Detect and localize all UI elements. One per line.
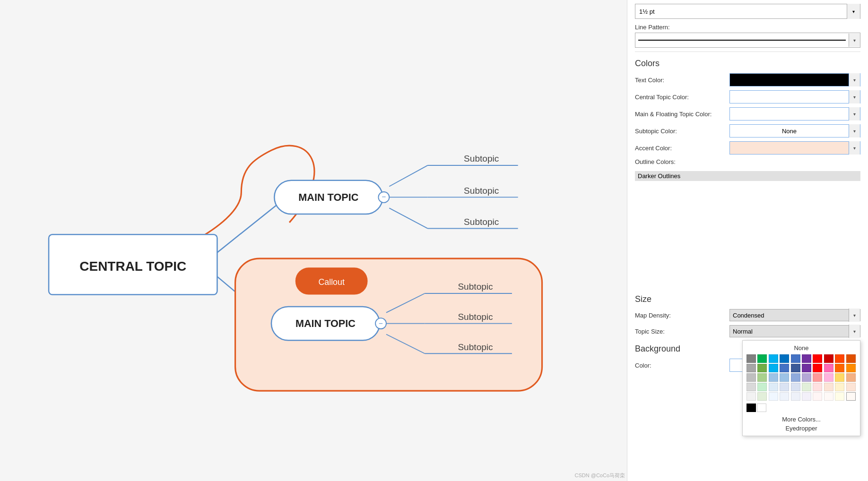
main-floating-color-control: ▾ [729,107,860,120]
svg-text:Subtopic: Subtopic [464,154,499,163]
color-cell[interactable] [791,354,800,363]
map-density-control: Condensed ▾ [729,309,860,321]
color-cell[interactable] [846,364,856,372]
color-cell[interactable] [846,383,856,391]
colors-section: Colors Text Color: ▾ Central Topic Color… [635,59,860,181]
color-cell[interactable] [757,392,767,401]
color-cell[interactable] [769,364,778,372]
color-cell[interactable] [802,383,811,391]
color-cell[interactable] [769,392,778,401]
line-thickness-value: 1½ pt [635,8,847,15]
size-title: Size [635,294,860,304]
color-cell[interactable] [813,383,822,391]
color-cell[interactable] [835,383,844,391]
color-cell[interactable] [757,364,767,372]
color-cell[interactable] [802,373,811,382]
popup-none-label[interactable]: None [746,344,856,352]
accent-color-dropdown[interactable]: ▾ [729,141,860,155]
color-cell[interactable] [746,364,756,372]
text-color-row: Text Color: ▾ [635,73,860,86]
color-cell[interactable] [835,392,844,401]
color-cell[interactable] [802,354,811,363]
color-cell[interactable] [780,392,789,401]
topic-size-arrow-icon: ▾ [849,325,860,338]
color-cell[interactable] [813,354,822,363]
text-color-label: Text Color: [635,77,729,84]
line-pattern-label: Line Pattern: [635,24,860,31]
color-cell-selected[interactable] [846,392,856,401]
color-cell[interactable] [780,383,789,391]
color-cell[interactable] [791,364,800,372]
accent-color-label: Accent Color: [635,145,729,152]
color-cell[interactable] [813,364,822,372]
svg-text:Subtopic: Subtopic [464,217,499,227]
topic-size-label: Topic Size: [635,328,729,335]
outline-colors-label: Outline Colors: [635,158,729,165]
colors-title: Colors [635,59,860,69]
topic-size-row: Topic Size: Normal ▾ [635,325,860,337]
central-topic-color-dropdown[interactable]: ▾ [729,90,860,103]
color-cell[interactable] [780,354,789,363]
more-colors-button[interactable]: More Colors... [746,416,856,423]
central-topic-color-row: Central Topic Color: ▾ [635,90,860,103]
central-topic-color-swatch [730,91,849,103]
svg-text:CENTRAL TOPIC: CENTRAL TOPIC [79,259,186,274]
topic-size-dropdown[interactable]: Normal ▾ [729,325,860,337]
color-cell[interactable] [791,383,800,391]
map-density-dropdown[interactable]: Condensed ▾ [729,309,860,321]
color-cell[interactable] [813,392,822,401]
main-floating-color-dropdown[interactable]: ▾ [729,107,860,120]
color-cell[interactable] [802,364,811,372]
color-cell[interactable] [791,392,800,401]
svg-text:MAIN TOPIC: MAIN TOPIC [295,318,356,329]
color-cell[interactable] [802,392,811,401]
color-cell[interactable] [824,354,833,363]
color-cell[interactable] [824,364,833,372]
color-white-cell[interactable] [757,404,766,412]
color-cell[interactable] [835,354,844,363]
color-cell[interactable] [780,373,789,382]
text-color-dropdown[interactable]: ▾ [729,73,860,86]
color-cell[interactable] [757,373,767,382]
color-cell[interactable] [824,373,833,382]
color-cell[interactable] [846,373,856,382]
color-cell[interactable] [846,354,856,363]
color-cell[interactable] [791,373,800,382]
svg-text:−: − [379,319,383,327]
line-thickness-dropdown[interactable]: 1½ pt ▾ [635,4,860,19]
color-cell[interactable] [813,373,822,382]
line-pattern-dropdown[interactable]: ▾ [635,33,860,48]
main-floating-color-arrow-icon: ▾ [849,107,860,120]
subtopic-color-arrow-icon: ▾ [849,124,860,137]
size-section: Size Map Density: Condensed ▾ Topic Size… [635,294,860,337]
color-cell[interactable] [769,373,778,382]
central-topic-color-arrow-icon: ▾ [849,90,860,103]
right-panel: 1½ pt ▾ Line Pattern: ▾ Colors Text Colo… [627,0,868,481]
color-cell[interactable] [824,383,833,391]
main-floating-color-label: Main & Floating Topic Color: [635,111,729,118]
accent-color-row: Accent Color: ▾ [635,141,860,155]
svg-text:Subtopic: Subtopic [458,342,493,352]
svg-text:Callout: Callout [318,277,344,287]
color-cell[interactable] [757,383,767,391]
svg-text:Subtopic: Subtopic [458,282,493,292]
color-cell[interactable] [769,383,778,391]
color-cell[interactable] [824,392,833,401]
eyedropper-button[interactable]: Eyedropper [746,425,856,432]
color-black-cell[interactable] [746,404,756,412]
text-color-control: ▾ [729,73,860,86]
color-cell[interactable] [835,373,844,382]
canvas-area: CENTRAL TOPIC MAIN TOPIC − Subtopic Subt… [0,0,627,481]
subtopic-color-dropdown[interactable]: None ▾ [729,124,860,137]
color-cell[interactable] [835,364,844,372]
color-cell[interactable] [769,354,778,363]
color-cell[interactable] [746,392,756,401]
color-cell[interactable] [746,354,756,363]
color-cell[interactable] [780,364,789,372]
central-topic-color-label: Central Topic Color: [635,94,729,101]
color-cell[interactable] [746,373,756,382]
darker-outlines-option[interactable]: Darker Outlines [635,171,860,181]
color-cell[interactable] [757,354,767,363]
color-popup: None [742,340,860,436]
color-cell[interactable] [746,383,756,391]
